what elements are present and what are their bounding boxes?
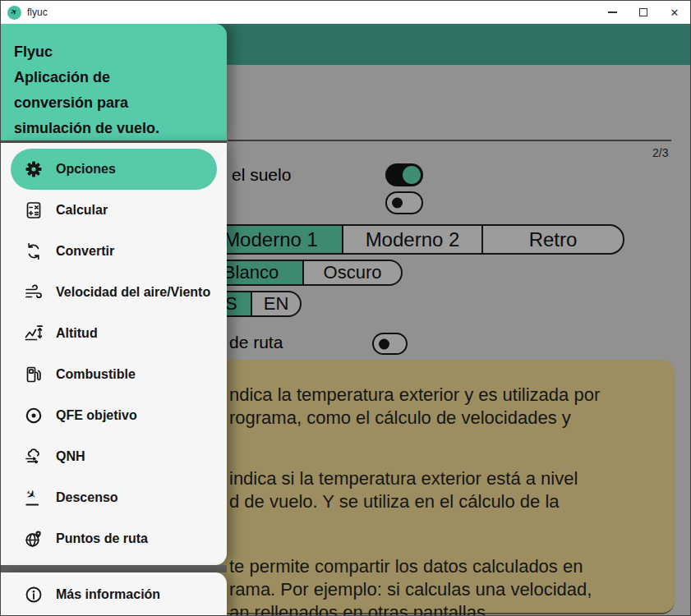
info-line: an rellenados en otras pantallas.: [229, 602, 491, 616]
wind-icon: [24, 283, 44, 302]
theme-segmented-control: Blanco Oscuro: [198, 260, 403, 286]
info-line: ndica la temperatura exterior y es utili…: [229, 384, 600, 406]
drawer-subtitle-line: conversión para: [14, 90, 214, 116]
info-line: d de vuelo. Y se utiliza en el cálculo d…: [229, 491, 560, 513]
gear-icon: [24, 159, 44, 179]
menu-item-label: Velocidad del aire/Viento: [56, 285, 210, 300]
menu-item-label: QNH: [56, 449, 85, 464]
page-indicator: 2/3: [652, 146, 674, 159]
menu-item-label: Descenso: [56, 490, 118, 505]
globe-pin-icon: [24, 529, 44, 549]
navigation-drawer: Opciones Calcular Convertir: [1, 143, 227, 565]
altitude-icon: [24, 324, 44, 343]
maximize-button[interactable]: [628, 1, 659, 24]
info-line: indica si la temperatura exterior está a…: [229, 468, 578, 490]
close-icon: ✕: [670, 7, 679, 18]
plane-glyph: ✈: [9, 7, 19, 18]
toggle-thumb: [403, 166, 421, 184]
drawer-title: Flyuc: [14, 39, 214, 65]
svg-text:✈: ✈: [24, 488, 39, 503]
menu-item-label: Puntos de ruta: [56, 531, 148, 546]
drawer-subtitle-line: simulación de vuelo.: [14, 116, 214, 141]
info-icon: [24, 585, 44, 605]
segment-retro[interactable]: Retro: [481, 226, 623, 253]
app-window: ✈ flyuc ✕ 2/3 el suelo Moderno 1 Moderno…: [0, 0, 691, 616]
target-icon: [24, 406, 44, 425]
secondary-toggle[interactable]: [385, 191, 423, 214]
ground-temp-label-fragment: el suelo: [232, 165, 291, 185]
menu-item-opciones[interactable]: Opciones: [11, 149, 217, 190]
maximize-icon: [639, 8, 647, 16]
ground-temp-toggle[interactable]: [385, 163, 423, 186]
toggle-thumb: [392, 198, 403, 209]
menu-item-mas-informacion[interactable]: Más información: [1, 572, 227, 616]
drawer-header-divider: [1, 140, 227, 143]
drawer-subtitle-line: Aplicación de: [14, 65, 214, 90]
menu-item-label: Altitud: [56, 326, 98, 341]
menu-item-label: Combustible: [56, 367, 136, 382]
menu-item-qfe-objetivo[interactable]: QFE objetivo: [1, 395, 227, 436]
drawer-footer: Más información: [1, 572, 227, 616]
convert-arrows-icon: [24, 241, 44, 261]
menu-item-label: Convertir: [56, 244, 114, 259]
route-label-fragment: de ruta: [229, 333, 283, 352]
menu-item-convertir[interactable]: Convertir: [1, 231, 227, 272]
menu-item-descenso[interactable]: ✈ Descenso: [1, 477, 227, 518]
menu-item-puntos-de-ruta[interactable]: Puntos de ruta: [1, 518, 227, 559]
section-divider: [228, 140, 671, 141]
segment-en[interactable]: EN: [251, 292, 300, 315]
minimize-icon: [608, 11, 617, 13]
window-title: flyuc: [27, 7, 597, 18]
menu-item-label: QFE objetivo: [56, 408, 137, 423]
info-line: te permite compartir los datos calculado…: [229, 556, 583, 577]
info-line: rograma, como el cálculo de velocidades …: [229, 407, 571, 429]
fuel-pump-icon: [24, 365, 44, 384]
segment-oscuro[interactable]: Oscuro: [302, 261, 401, 284]
toggle-thumb: [379, 338, 389, 349]
route-toggle[interactable]: [372, 333, 408, 355]
title-bar: ✈ flyuc ✕: [1, 1, 690, 24]
style-segmented-control: Moderno 1 Moderno 2 Retro: [198, 224, 624, 255]
menu-item-velocidad-viento[interactable]: Velocidad del aire/Viento: [1, 272, 227, 313]
menu-item-label: Más información: [56, 587, 160, 602]
calculator-icon: [24, 200, 44, 220]
plane-descent-icon: ✈: [24, 488, 44, 508]
minimize-button[interactable]: [597, 1, 628, 24]
drawer-footer-divider: [1, 565, 227, 572]
menu-item-qnh[interactable]: QNH: [1, 436, 227, 477]
menu-item-label: Opciones: [56, 162, 116, 177]
segment-moderno-2[interactable]: Moderno 2: [342, 226, 481, 253]
menu-item-altitud[interactable]: Altitud: [1, 313, 227, 354]
info-line: rama. Por ejemplo: si calculas una veloc…: [229, 579, 592, 600]
drawer-header: Flyuc Aplicación de conversión para simu…: [1, 24, 227, 140]
close-button[interactable]: ✕: [659, 1, 690, 24]
cloud-pressure-icon: [24, 447, 44, 467]
menu-item-label: Calcular: [56, 203, 108, 218]
menu-item-combustible[interactable]: Combustible: [1, 354, 227, 395]
app-logo-icon: ✈: [7, 6, 21, 20]
menu-item-calcular[interactable]: Calcular: [1, 190, 227, 231]
